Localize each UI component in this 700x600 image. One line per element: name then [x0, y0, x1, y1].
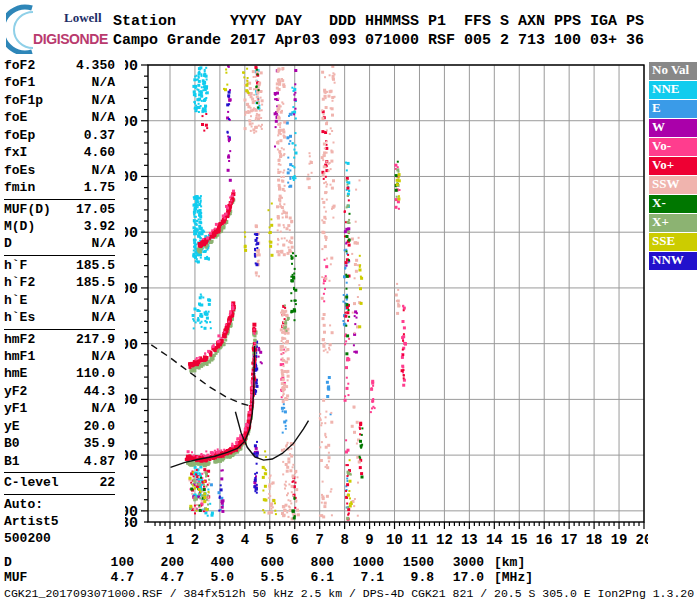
param-value: 4.87	[84, 453, 115, 470]
param-row-clevel: C-level22	[4, 474, 115, 491]
svg-text:500: 500	[125, 281, 138, 298]
param-value: N/A	[92, 235, 115, 252]
param-label: foE	[4, 109, 27, 126]
svg-text:9: 9	[365, 532, 373, 547]
svg-text:400: 400	[125, 337, 138, 354]
param-row-md: M(D)3.92	[4, 218, 115, 235]
param-row-he: h`EN/A	[4, 292, 115, 309]
param-row-mufd: MUF(D)17.05	[4, 201, 115, 218]
row-value: 17.0	[434, 571, 484, 586]
param-value: N/A	[92, 74, 115, 91]
param-row-hf2: h`F2185.5	[4, 274, 115, 291]
legend-item-nne: NNE	[649, 81, 697, 99]
param-value: N/A	[92, 109, 115, 126]
distance-row: D100200400600800100015003000[km]	[4, 556, 698, 571]
param-label: h`Es	[4, 309, 35, 326]
footer: D100200400600800100015003000[km] MUF4.74…	[4, 556, 698, 600]
param-label: h`F2	[4, 274, 35, 291]
param-row-hme: hmE110.0	[4, 365, 115, 382]
legend-item-vop: Vo+	[649, 157, 697, 175]
row-value: 5.0	[184, 571, 234, 586]
row-label: D	[4, 556, 84, 571]
param-label: foEs	[4, 162, 35, 179]
row-value: 7.1	[334, 571, 384, 586]
legend-item-noval: No Val	[649, 62, 697, 80]
svg-text:16: 16	[536, 532, 553, 547]
svg-text:6: 6	[291, 532, 299, 547]
param-value: 185.5	[76, 257, 115, 274]
svg-text:18: 18	[586, 532, 603, 547]
svg-text:17: 17	[561, 532, 578, 547]
svg-text:700: 700	[125, 169, 138, 186]
svg-text:19: 19	[611, 532, 628, 547]
legend-item-w: W	[649, 119, 697, 137]
scaled-parameters-panel: foF24.350foF1N/AfoF1pN/AfoEN/AfoEp0.37fx…	[4, 57, 115, 548]
param-label: Auto:	[4, 496, 43, 513]
param-row-yf1: yF1N/A	[4, 400, 115, 417]
svg-text:1: 1	[166, 532, 174, 547]
svg-text:300: 300	[125, 392, 138, 409]
param-label: foEp	[4, 127, 35, 144]
svg-text:900: 900	[125, 58, 138, 75]
param-label: 500200	[4, 530, 51, 547]
legend-item-e: E	[649, 100, 697, 118]
param-label: h`F	[4, 257, 27, 274]
param-row-d: DN/A	[4, 235, 115, 252]
param-row-hmf2: hmF2217.9	[4, 331, 115, 348]
row-label: MUF	[4, 571, 84, 586]
param-label: B1	[4, 453, 20, 470]
svg-text:13: 13	[461, 532, 478, 547]
param-value: 110.0	[76, 365, 115, 382]
param-value: N/A	[92, 162, 115, 179]
param-value: 217.9	[76, 331, 115, 348]
param-row-b0: B035.9	[4, 435, 115, 452]
param-label: h`E	[4, 292, 27, 309]
row-value: 200	[134, 556, 184, 571]
param-label: Artist5	[4, 513, 59, 530]
param-value: N/A	[92, 400, 115, 417]
row-unit: [MHz]	[484, 571, 533, 586]
header-column-titles: Station YYYY DAY DDD HHMMSS P1 FFS S AXN…	[113, 12, 644, 31]
param-label: foF2	[4, 57, 35, 74]
legend-item-xm: X-	[649, 195, 697, 213]
svg-text:15: 15	[511, 532, 528, 547]
logo-digisonde-text: DIGISONDE	[33, 31, 108, 47]
param-row-hf: h`F185.5	[4, 257, 115, 274]
row-value: 1500	[384, 556, 434, 571]
param-row-foes: foEsN/A	[4, 162, 115, 179]
row-value: 800	[284, 556, 334, 571]
svg-text:20: 20	[636, 532, 648, 547]
param-row-hmf1: hmF1N/A	[4, 348, 115, 365]
param-row-auto: Auto:	[4, 496, 115, 513]
legend-item-xp: X+	[649, 214, 697, 232]
param-label: B0	[4, 435, 20, 452]
param-row-hes: h`EsN/A	[4, 309, 115, 326]
svg-text:4: 4	[241, 532, 249, 547]
param-group-divider	[4, 199, 115, 200]
param-value: 1.75	[84, 179, 115, 196]
svg-text:5: 5	[266, 532, 274, 547]
svg-text:3: 3	[216, 532, 224, 547]
param-row-foe: foEN/A	[4, 109, 115, 126]
param-value: 22	[99, 474, 115, 491]
digisonde-ionogram-view: { "logo": {"top": "Lowell", "bottom": "D…	[0, 0, 700, 600]
param-value: 4.350	[76, 57, 115, 74]
param-label: hmE	[4, 365, 27, 382]
header-values: Campo Grande 2017 Apr03 093 071000 RSF 0…	[113, 31, 644, 50]
row-value: 6.1	[284, 571, 334, 586]
svg-text:14: 14	[486, 532, 503, 547]
legend-item-sse: SSE	[649, 233, 697, 251]
echo-dots	[185, 65, 407, 521]
status-line: CGK21_2017093071000.RSF / 384fx512h 50 k…	[4, 587, 698, 600]
ionogram-plot: 1002003004005006007008009008012345678910…	[125, 55, 648, 547]
muf-row: MUF4.74.75.05.56.17.19.817.0[MHz]	[4, 571, 698, 586]
row-value: 1000	[334, 556, 384, 571]
svg-text:600: 600	[125, 225, 138, 242]
param-row-artist5: Artist5	[4, 513, 115, 530]
svg-text:12: 12	[436, 532, 453, 547]
param-label: fmin	[4, 179, 35, 196]
logo-swoosh-icon: Lowell DIGISONDE	[6, 4, 118, 54]
param-row-fmin: fmin1.75	[4, 179, 115, 196]
logo-lowell-text: Lowell	[64, 10, 102, 25]
param-label: C-level	[4, 474, 59, 491]
